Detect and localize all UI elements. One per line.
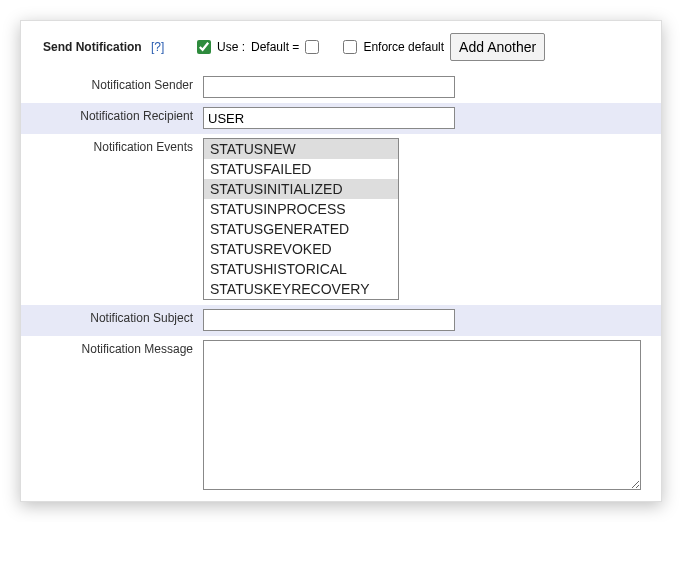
event-item[interactable]: STATUSGENERATED [204, 219, 398, 239]
message-textarea[interactable] [203, 340, 641, 490]
event-item[interactable]: STATUSINPROCESS [204, 199, 398, 219]
event-item[interactable]: STATUSINITIALIZED [204, 179, 398, 199]
recipient-input[interactable] [203, 107, 455, 129]
default-label: Default = [251, 40, 299, 54]
sender-label: Notification Sender [21, 72, 201, 98]
enforce-checkbox[interactable] [343, 40, 357, 54]
help-link[interactable]: [?] [151, 40, 164, 54]
use-checkbox[interactable] [197, 40, 211, 54]
subject-row: Notification Subject [21, 305, 661, 336]
event-item[interactable]: STATUSREVOKED [204, 239, 398, 259]
header-controls: Use : Default = Enforce default Add Anot… [195, 29, 657, 65]
events-row: Notification Events STATUSNEWSTATUSFAILE… [21, 134, 661, 305]
event-item[interactable]: STATUSHISTORICAL [204, 259, 398, 279]
recipient-label: Notification Recipient [21, 103, 201, 129]
use-label: Use : [217, 40, 245, 54]
subject-input[interactable] [203, 309, 455, 331]
events-label: Notification Events [21, 134, 201, 160]
section-title: Send Notification [29, 40, 142, 54]
events-listbox[interactable]: STATUSNEWSTATUSFAILEDSTATUSINITIALIZEDST… [203, 138, 399, 300]
event-item[interactable]: STATUSNEW [204, 139, 398, 159]
message-row: Notification Message [21, 336, 661, 501]
sender-input[interactable] [203, 76, 455, 98]
event-item[interactable]: STATUSFAILED [204, 159, 398, 179]
recipient-row: Notification Recipient [21, 103, 661, 134]
enforce-label: Enforce default [363, 40, 444, 54]
sender-row: Notification Sender [21, 72, 661, 103]
message-label: Notification Message [21, 336, 201, 362]
subject-label: Notification Subject [21, 305, 201, 331]
notification-panel: Send Notification [?] Use : Default = En… [20, 20, 662, 502]
default-checkbox[interactable] [305, 40, 319, 54]
header-row: Send Notification [?] Use : Default = En… [21, 21, 661, 72]
add-another-button[interactable]: Add Another [450, 33, 545, 61]
event-item[interactable]: STATUSKEYRECOVERY [204, 279, 398, 299]
